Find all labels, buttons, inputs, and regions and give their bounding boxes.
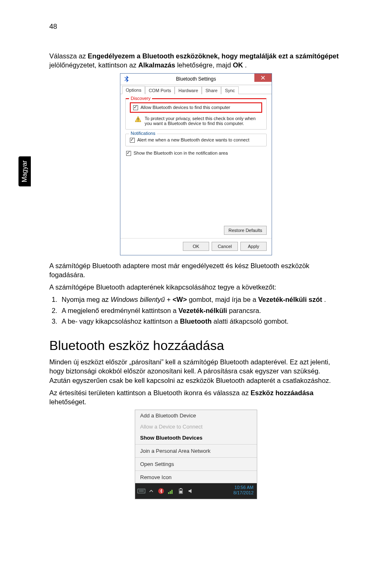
system-tray: 10:56 AM 8/17/2012 — [135, 483, 257, 499]
text: . — [324, 296, 326, 303]
legend-discovery: Discovery — [129, 96, 152, 101]
ok-button[interactable]: OK — [183, 242, 209, 251]
menu-separator — [135, 444, 257, 445]
paragraph-disable-intro: A számítógépe Bluetooth adapterének kika… — [49, 283, 343, 292]
restore-defaults-button[interactable]: Restore Defaults — [224, 226, 267, 235]
text: lehetőséget. — [49, 398, 86, 405]
checkbox-show-icon[interactable] — [126, 151, 131, 156]
text: . — [245, 61, 247, 69]
close-button[interactable] — [254, 74, 272, 82]
text-bold: OK — [233, 61, 243, 69]
text: Az értesítési területen kattintson a Blu… — [49, 389, 251, 396]
text-bold: Alkalmazás — [138, 61, 175, 69]
label-show-icon: Show the Bluetooth icon in the notificat… — [134, 151, 228, 155]
sidebar-language-tab: Magyar — [18, 156, 31, 186]
text: Válassza az — [49, 52, 88, 60]
tray-date-value: 8/17/2012 — [233, 490, 254, 495]
intro-paragraph: Válassza az Engedélyezem a Bluetooth esz… — [49, 51, 343, 70]
text-italic: Windows billentyű — [111, 296, 165, 303]
tray-figure: Add a Bluetooth Device Allow a Device to… — [135, 410, 257, 499]
text: A megjelenő eredménynél kattintson a — [62, 307, 178, 314]
tab-hardware[interactable]: Hardware — [175, 86, 202, 94]
svg-rect-11 — [180, 491, 182, 493]
legend-notifications: Notifications — [129, 131, 157, 136]
chevron-up-icon[interactable] — [148, 487, 155, 495]
svg-rect-1 — [138, 120, 138, 121]
menu-open-settings[interactable]: Open Settings — [135, 459, 257, 470]
text-bold: Bluetooth — [180, 317, 212, 325]
text: gombot, majd írja be a — [189, 296, 258, 303]
tray-time-value: 10:56 AM — [233, 485, 254, 490]
text-bold: Engedélyezem a Bluetooth eszközöknek, ho… — [88, 52, 339, 60]
tab-sync[interactable]: Sync — [221, 86, 238, 94]
paragraph-adapter-enabled: A számítógép Bluetooth adaptere most már… — [49, 261, 343, 280]
text: alatti átkapcsoló gombot. — [214, 317, 289, 325]
menu-allow-connect: Allow a Device to Connect — [135, 421, 257, 432]
text: parancsra. — [229, 307, 261, 314]
text-bold: Vezeték-nélküli — [178, 307, 227, 314]
menu-separator — [135, 457, 257, 458]
network-icon[interactable] — [167, 487, 175, 495]
paragraph-add-device: Az értesítési területen kattintson a Blu… — [49, 388, 343, 407]
volume-icon[interactable] — [187, 487, 194, 495]
close-icon — [261, 76, 265, 80]
tray-clock[interactable]: 10:56 AM 8/17/2012 — [233, 485, 254, 495]
checkbox-allow-find[interactable] — [133, 105, 138, 110]
text: Nyomja meg az — [62, 296, 111, 303]
steps-list: Nyomja meg az Windows billentyű + <W> go… — [49, 295, 343, 326]
step-3: A be- vagy kikapcsoláshoz kattintson a B… — [59, 317, 343, 326]
step-1: Nyomja meg az Windows billentyű + <W> go… — [59, 295, 343, 304]
svg-rect-7 — [170, 491, 171, 494]
fieldset-discovery: Discovery Allow Bluetooth devices to fin… — [125, 98, 267, 130]
text-bold: Eszköz hozzáadása — [251, 389, 314, 396]
text: A be- vagy kikapcsoláshoz kattintson a — [62, 317, 180, 325]
svg-rect-8 — [171, 490, 173, 494]
keyboard-icon[interactable] — [138, 487, 145, 495]
svg-rect-10 — [180, 488, 182, 489]
dialog-tabs: Options COM Ports Hardware Share Sync — [120, 85, 272, 94]
menu-separator — [135, 470, 257, 471]
cancel-button[interactable]: Cancel — [212, 242, 238, 251]
svg-rect-0 — [138, 118, 138, 120]
bluetooth-icon — [124, 76, 129, 84]
paragraph-pairing: Minden új eszközt először „párosítani” k… — [49, 357, 343, 385]
warning-text: To protect your privacy, select this che… — [145, 116, 262, 126]
step-2: A megjelenő eredménynél kattintson a Vez… — [59, 306, 343, 315]
menu-remove-icon[interactable]: Remove Icon — [135, 472, 257, 483]
page-number: 48 — [49, 23, 343, 31]
fieldset-notifications: Notifications Alert me when a new Blueto… — [125, 134, 267, 146]
label-allow-find: Allow Bluetooth devices to find this com… — [141, 105, 230, 110]
svg-rect-6 — [168, 492, 169, 494]
apply-button[interactable]: Apply — [240, 242, 267, 251]
bluetooth-context-menu: Add a Bluetooth Device Allow a Device to… — [135, 410, 257, 483]
checkbox-alert-connect[interactable] — [130, 138, 135, 143]
dialog-titlebar: Bluetooth Settings — [120, 74, 272, 85]
dialog-title: Bluetooth Settings — [176, 76, 216, 82]
svg-rect-2 — [138, 489, 145, 493]
tab-share[interactable]: Share — [202, 86, 221, 94]
text: + — [167, 296, 173, 303]
text: lehetőségre, majd — [177, 61, 233, 69]
warning-icon — [135, 116, 141, 123]
text-bold: <W> — [173, 296, 187, 303]
label-alert-connect: Alert me when a new Bluetooth device wan… — [137, 137, 249, 142]
highlight-box: Allow Bluetooth devices to find this com… — [130, 102, 262, 113]
bluetooth-tray-icon[interactable] — [157, 487, 165, 495]
text: jelölőnégyzetet, kattintson az — [49, 61, 138, 69]
battery-icon[interactable] — [177, 487, 184, 495]
menu-show-devices[interactable]: Show Bluetooth Devices — [135, 432, 257, 443]
text-bold: Vezeték-nélküli szót — [258, 296, 322, 303]
menu-add-device[interactable]: Add a Bluetooth Device — [135, 410, 257, 421]
tab-options[interactable]: Options — [122, 86, 145, 94]
bluetooth-settings-dialog: Bluetooth Settings Options COM Ports Har… — [120, 73, 272, 255]
menu-join-pan[interactable]: Join a Personal Area Network — [135, 445, 257, 456]
tab-com-ports[interactable]: COM Ports — [145, 86, 175, 94]
section-heading: Bluetooth eszköz hozzáadása — [49, 338, 343, 353]
